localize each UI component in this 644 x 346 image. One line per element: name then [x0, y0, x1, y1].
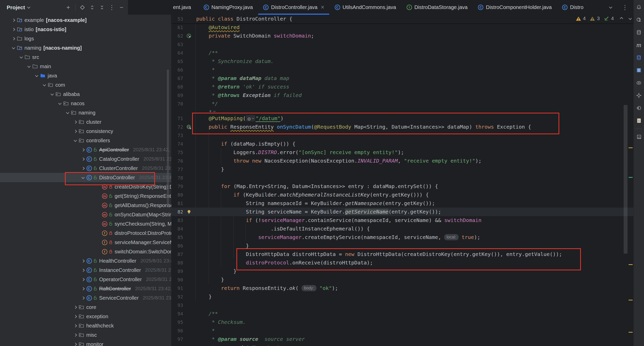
tree-item-distrocontroller[interactable]: CDistroController2025/8/31 23:42, [0, 173, 171, 182]
code-line-70[interactable]: 70 */ [171, 100, 633, 108]
code-line-78[interactable]: 78 [171, 174, 633, 182]
maven-icon[interactable]: m [636, 42, 642, 48]
project-tree-scrollbar[interactable] [167, 69, 169, 206]
tab-distrocontroller-java[interactable]: CDistroController.java× [258, 0, 330, 15]
spring-bean-icon[interactable] [186, 33, 192, 39]
tree-item-logs[interactable]: logs [0, 34, 171, 43]
collapse-all-button[interactable] [98, 3, 106, 12]
lightbulb-icon[interactable] [186, 209, 192, 215]
tree-item-healthcontroller[interactable]: CHealthController2025/8/31 23:42 [0, 256, 171, 265]
hide-panel-button[interactable] [117, 3, 126, 12]
database-icon[interactable] [636, 29, 642, 36]
hex-viewer-icon[interactable] [636, 67, 642, 73]
code-line-87[interactable]: 87 DistroHttpData distroHttpData = new D… [171, 250, 633, 259]
tab-utilsandcommons-java[interactable]: CUtilsAndCommons.java [329, 0, 401, 15]
run-target-icon[interactable] [636, 105, 642, 111]
code-line-94[interactable]: 94 /** [171, 309, 633, 318]
code-line-64[interactable]: 64 /** [171, 49, 633, 57]
tree-item-getalldatums-responseent[interactable]: mgetAllDatums():ResponseEnt [0, 201, 171, 210]
plugin-shuriken-icon[interactable] [636, 92, 642, 99]
code-line-92[interactable]: 92 } [171, 292, 633, 301]
tree-item-src[interactable]: src [0, 52, 171, 62]
code-line-81[interactable]: 81 String namespaceId = KeyBuilder.getNa… [171, 199, 633, 208]
code-line-62[interactable]: 62 private SwitchDomain switchDomain; [171, 32, 633, 40]
tab-distro[interactable]: CDistro [557, 0, 589, 15]
code-line-84[interactable]: 84 .isDefaultInstanceEphemeral()) { [171, 225, 633, 233]
database-active-icon[interactable] [636, 55, 642, 61]
show-hidden-tabs-button[interactable] [606, 3, 615, 12]
code-line-79[interactable]: 79 for (Map.Entry<String, Datum<Instance… [171, 182, 633, 191]
tree-item-nacos[interactable]: nacos [0, 99, 171, 108]
expand-all-button[interactable] [88, 3, 97, 12]
tree-item-onsyncdatum-map-string-d[interactable]: monSyncDatum(Map<String, D [0, 210, 171, 219]
tree-item-operatorcontroller[interactable]: COperatorController2025/8/31 23 [0, 275, 171, 284]
close-tab-icon[interactable]: × [321, 4, 324, 10]
tree-item-istio[interactable]: istio[nacos-istio] [0, 25, 171, 34]
code-line-98[interactable]: 98 * @param dataMap checksum map [171, 343, 633, 346]
code-line-66[interactable]: 66 * [171, 66, 633, 74]
tree-item-servicecontroller[interactable]: CServiceController2025/8/31 23:42 [0, 293, 171, 303]
code-line-76[interactable]: 76 throw new NacosException(NacosExcepti… [171, 157, 633, 165]
prev-problem-icon[interactable] [620, 17, 623, 20]
code-line-82[interactable]: 82 String serviceName = KeyBuilder.getSe… [171, 208, 633, 216]
code-line-63[interactable]: 63 [171, 40, 633, 49]
asm-viewer-icon[interactable]: S [636, 118, 642, 124]
tree-item-healthcheck[interactable]: healthcheck [0, 321, 171, 330]
ai-assistant-icon[interactable] [636, 17, 642, 23]
tree-item-exception[interactable]: exception [0, 312, 171, 321]
tree-item-consistency[interactable]: consistency [0, 127, 171, 136]
code-line-88[interactable]: 88 distroProtocol.onReceive(distroHttpDa… [171, 259, 633, 267]
code-line-85[interactable]: 85 serviceManager.createEmptyService(nam… [171, 233, 633, 242]
tree-item-switchdomain-switchdomain[interactable]: fswitchDomain:SwitchDomain [0, 247, 171, 256]
locate-file-button[interactable] [78, 3, 87, 12]
code-line-95[interactable]: 95 * Checksum. [171, 318, 633, 326]
new-item-button[interactable] [64, 3, 73, 12]
x-plugin-icon[interactable] [636, 80, 642, 86]
tree-item-apicontroller[interactable]: CApiController2025/8/31 23:42, 6.7 [0, 145, 171, 154]
tree-item-example[interactable]: example[nacos-example] [0, 15, 171, 25]
ai-prompt-icon[interactable] [209, 109, 215, 113]
tree-item-java[interactable]: java [0, 71, 171, 80]
tree-item-naming[interactable]: naming [0, 108, 171, 117]
code-line-83[interactable]: 83 if (!serviceManager.containService(na… [171, 216, 633, 225]
tree-item-syncchecksum-string-map[interactable]: msyncChecksum(String, Map< [0, 219, 171, 228]
code-line-73[interactable]: 73 [171, 131, 633, 140]
tree-item-controllers[interactable]: controllers [0, 136, 171, 145]
project-panel-title[interactable]: Project [7, 4, 25, 11]
tree-item-misc[interactable]: misc [0, 330, 171, 340]
code-line-61[interactable]: 61 @Autowired [171, 23, 633, 32]
code-line-89[interactable]: 89 } [171, 267, 633, 276]
tab-distrocomponentholder-java[interactable]: CDistroComponentHolder.java [473, 0, 557, 15]
editor-scrollbar[interactable] [624, 105, 628, 254]
code-line-75[interactable]: 75 Loggers.DISTRO.error("[onSync] receiv… [171, 148, 633, 157]
tree-item-core[interactable]: core [0, 303, 171, 312]
tree-item-monitor[interactable]: monitor [0, 340, 171, 346]
code-line-90[interactable]: 90 } [171, 276, 633, 284]
tree-item-alibaba[interactable]: alibaba [0, 90, 171, 99]
code-line-96[interactable]: 96 * [171, 326, 633, 335]
inspections-widget[interactable]: 4 3 4 [576, 16, 631, 21]
tab-ent-java[interactable]: ent.java [128, 0, 198, 15]
code-line-93[interactable]: 93 [171, 301, 633, 309]
more-options-button[interactable]: ⋮ [107, 3, 116, 12]
code-line-69[interactable]: 69 * @throws Exception if failed [171, 91, 633, 100]
tree-item-instancecontroller[interactable]: CInstanceController2025/8/31 23:4 [0, 265, 171, 275]
tab-distrodatastorage-java[interactable]: IDistroDataStorage.java [401, 0, 473, 15]
tree-item-servicemanager-servicemana[interactable]: fserviceManager:ServiceMana [0, 238, 171, 247]
next-problem-icon[interactable] [629, 16, 632, 20]
tree-item-get-string-responseentity[interactable]: mget(String):ResponseEntity [0, 191, 171, 201]
tree-item-catalogcontroller[interactable]: CCatalogController2025/8/31 23:4 [0, 154, 171, 164]
notifications-bell-icon[interactable] [636, 4, 642, 10]
code-line-71[interactable]: 71 @PutMapping("/datum") [171, 114, 633, 123]
code-line-74[interactable]: 74 if (dataMap.isEmpty()) { [171, 140, 633, 148]
tree-item-raftcontroller[interactable]: CRaftController2025/8/31 23:42, 15 [0, 284, 171, 293]
code-line-77[interactable]: 77 } [171, 165, 633, 174]
code-line-65[interactable]: 65 * Synchronize datum. [171, 57, 633, 66]
tree-item-distroprotocol-distroprotocol[interactable]: fdistroProtocol:DistroProtocol [0, 228, 171, 238]
code-line-86[interactable]: 86 } [171, 242, 633, 250]
tree-item-createdistrokey-string-distr[interactable]: mcreateDistroKey(String):Distr [0, 182, 171, 191]
dictionary-icon[interactable]: A [636, 134, 642, 140]
code-editor[interactable]: 61 @Autowired62 private SwitchDomain swi… [171, 23, 633, 346]
code-line-97[interactable]: 97 * @param source source server [171, 335, 633, 343]
tab-namingproxy-java[interactable]: CNamingProxy.java [198, 0, 258, 15]
